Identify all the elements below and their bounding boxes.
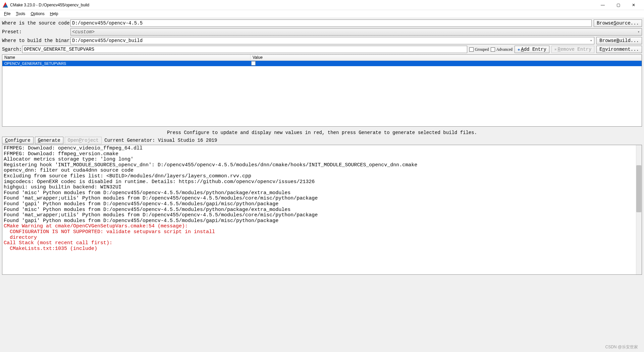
advanced-checkbox[interactable]: Advanced: [491, 47, 513, 52]
remove-entry-button: Remove Entry: [551, 46, 594, 53]
menubar: File Tools Options Help: [0, 10, 644, 17]
environment-button[interactable]: Environment...: [596, 46, 642, 53]
current-generator-label: Current Generator: Visual Studio 16 2019: [104, 138, 217, 143]
close-button[interactable]: ✕: [626, 0, 641, 10]
scrollbar[interactable]: [636, 145, 642, 274]
minimize-button[interactable]: —: [595, 0, 610, 10]
col-value[interactable]: Value: [251, 55, 642, 60]
source-label: Where is the source code:: [2, 20, 68, 26]
configure-button[interactable]: Configure: [2, 137, 34, 144]
open-project-button: Open Project: [65, 137, 102, 144]
add-entry-button[interactable]: Add Entry: [515, 46, 549, 53]
menu-tools[interactable]: Tools: [13, 11, 28, 17]
build-input[interactable]: D:/opencv455/opencv_build: [70, 37, 594, 44]
preset-combo[interactable]: <custom>: [70, 28, 642, 36]
generate-button[interactable]: Generate: [35, 137, 63, 144]
source-input[interactable]: [70, 19, 592, 27]
scroll-thumb[interactable]: [636, 165, 641, 212]
search-label: Search:: [2, 47, 20, 52]
window-title: CMake 3.23.0 - D:/Opencv455/opencv_build: [10, 3, 89, 7]
search-input[interactable]: [22, 46, 467, 53]
cell-name: OPENCV_GENERATE_SETUPVARS: [2, 61, 251, 65]
grouped-checkbox[interactable]: Grouped: [469, 47, 489, 52]
maximize-button[interactable]: ▢: [610, 0, 626, 10]
preset-label: Preset:: [2, 29, 68, 35]
hint-text: Press Configure to update and display ne…: [0, 129, 644, 137]
checkbox-icon: [251, 61, 256, 65]
app-logo-icon: [3, 2, 8, 8]
col-name[interactable]: Name: [2, 55, 251, 60]
build-label: Where to build the binaries:: [2, 38, 68, 43]
menu-file[interactable]: File: [1, 11, 13, 17]
menu-help[interactable]: Help: [47, 11, 61, 17]
cell-value[interactable]: [251, 61, 642, 66]
browse-build-button[interactable]: Browse Build...: [596, 37, 642, 44]
browse-source-button[interactable]: Browse Source...: [594, 19, 642, 27]
variables-table[interactable]: Name Value OPENCV_GENERATE_SETUPVARS: [2, 54, 642, 127]
table-row[interactable]: OPENCV_GENERATE_SETUPVARS: [2, 61, 642, 66]
titlebar: CMake 3.23.0 - D:/Opencv455/opencv_build…: [0, 0, 644, 10]
log-output[interactable]: FFMPEG: Download: opencv_videoio_ffmpeg_…: [2, 145, 642, 275]
menu-options[interactable]: Options: [28, 11, 47, 17]
